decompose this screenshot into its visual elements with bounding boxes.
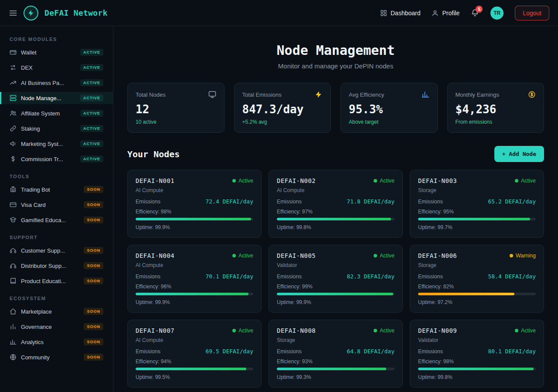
stat-value: 12 xyxy=(136,103,216,116)
sidebar-item-analytics[interactable]: AnalyticsSOON xyxy=(5,336,108,348)
node-status-label: Active xyxy=(521,328,536,334)
node-card-defai-n009: DEFAI-N009ActiveValidatorEmissions80.1 D… xyxy=(410,320,544,388)
node-status: Active xyxy=(232,253,253,259)
node-status-label: Active xyxy=(521,178,536,184)
stat-card-total-nodes: Total Nodes1210 active xyxy=(127,83,225,133)
nav-dashboard[interactable]: Dashboard xyxy=(380,10,421,17)
sidebar-item-marketplace[interactable]: MarketplaceSOON xyxy=(5,305,108,318)
node-type: Storage xyxy=(418,262,536,268)
node-emissions-row: Emissions72.4 DEFAI/day xyxy=(136,198,253,205)
book-icon xyxy=(10,277,17,284)
efficiency-label: Efficiency: 93% xyxy=(277,358,395,365)
wallet-icon xyxy=(10,49,17,56)
status-badge: ACTIVE xyxy=(80,155,103,162)
sidebar-item-ai-business-pa[interactable]: AI Business Pa...ACTIVE xyxy=(5,77,108,89)
add-node-button[interactable]: + Add Node xyxy=(494,146,544,162)
status-badge: SOON xyxy=(84,216,103,223)
sidebar-item-staking[interactable]: StakingACTIVE xyxy=(5,122,108,135)
node-type: Validator xyxy=(418,337,536,343)
sidebar-item-label: Distributor Supp... xyxy=(21,263,79,269)
sidebar-item-gamified-educa[interactable]: Gamified Educa...SOON xyxy=(5,214,108,226)
sidebar-item-dex[interactable]: DEXACTIVE xyxy=(5,61,108,74)
efficiency-bar xyxy=(136,293,253,295)
stat-sub: 10 active xyxy=(136,119,216,125)
efficiency-bar-fill xyxy=(136,218,251,220)
emissions-label: Emissions xyxy=(418,199,443,205)
header-left: DeFAI Network xyxy=(9,6,108,20)
node-emissions-row: Emissions70.1 DEFAI/day xyxy=(136,273,253,280)
sidebar-item-affiliate-system[interactable]: Affiliate SystemACTIVE xyxy=(5,107,108,119)
status-badge: ACTIVE xyxy=(80,125,103,132)
stat-value: 95.3% xyxy=(349,103,429,116)
sidebar-item-label: Analytics xyxy=(21,339,79,345)
bolt-icon xyxy=(27,10,34,17)
page-subtitle: Monitor and manage your DePIN nodes xyxy=(127,62,544,70)
node-type: AI Compute xyxy=(136,337,253,343)
node-type: Storage xyxy=(277,337,395,343)
efficiency-bar-fill xyxy=(277,293,393,295)
sidebar-item-label: Marketplace xyxy=(21,308,79,315)
nav-profile[interactable]: Profile xyxy=(432,10,459,17)
efficiency-bar xyxy=(136,218,253,220)
efficiency-label: Efficiency: 94% xyxy=(136,358,253,365)
status-dot-icon xyxy=(515,179,518,182)
sidebar-item-visa-card[interactable]: Visa CardSOON xyxy=(5,199,108,211)
efficiency-label: Efficiency: 99% xyxy=(277,284,395,290)
status-dot-icon xyxy=(515,329,518,332)
status-badge: ACTIVE xyxy=(80,95,103,101)
avatar[interactable]: TR xyxy=(490,7,504,20)
sidebar-item-label: Commission Tr... xyxy=(21,156,76,162)
sidebar-item-governance[interactable]: GovernanceSOON xyxy=(5,321,108,333)
sidebar-item-customer-supp[interactable]: Customer Supp...SOON xyxy=(5,244,108,257)
node-card-header: DEFAI-N001Active xyxy=(136,177,253,184)
analytics-icon xyxy=(10,338,17,345)
logout-button[interactable]: Logout xyxy=(515,6,549,20)
home-icon xyxy=(10,308,17,315)
emissions-label: Emissions xyxy=(277,274,302,280)
stat-label: Avg Efficiency xyxy=(349,91,384,98)
sidebar-item-wallet[interactable]: WalletACTIVE xyxy=(5,46,108,58)
sidebar-section-title: SUPPORT xyxy=(10,235,103,240)
stats-row: Total Nodes1210 activeTotal Emissions847… xyxy=(127,83,544,133)
sidebar-item-label: Community xyxy=(21,354,79,361)
sidebar-item-marketing-syst[interactable]: Marketing Syst...ACTIVE xyxy=(5,138,108,150)
node-card-defai-n008: DEFAI-N008ActiveStorageEmissions64.8 DEF… xyxy=(269,320,403,388)
notifications-button[interactable]: 5 xyxy=(471,9,479,17)
megaphone-icon xyxy=(10,140,17,147)
efficiency-bar xyxy=(418,218,536,220)
dollar-icon xyxy=(10,155,17,162)
sidebar-item-trading-bot[interactable]: Trading BotSOON xyxy=(5,183,108,196)
emissions-value: 69.5 DEFAI/day xyxy=(205,348,253,355)
node-card-defai-n005: DEFAI-N005ActiveValidatorEmissions82.3 D… xyxy=(269,245,403,313)
bot-icon xyxy=(10,186,17,193)
node-status-label: Active xyxy=(238,328,253,334)
status-badge: SOON xyxy=(84,277,103,284)
emissions-value: 80.1 DEFAI/day xyxy=(488,348,536,355)
sidebar-item-distributor-supp[interactable]: Distributor Supp...SOON xyxy=(5,260,108,272)
sidebar-section-title: CORE MODULES xyxy=(10,37,103,42)
users-icon xyxy=(10,110,17,117)
stat-label: Monthly Earnings xyxy=(456,91,499,98)
education-icon xyxy=(10,216,17,223)
efficiency-label: Efficiency: 82% xyxy=(418,284,536,290)
stat-card-header: Total Nodes xyxy=(136,91,216,98)
sidebar-item-commission-tr[interactable]: Commission Tr...ACTIVE xyxy=(5,153,108,165)
stat-card-total-emissions: Total Emissions847.3/day+5.2% avg xyxy=(234,83,331,133)
menu-button[interactable] xyxy=(9,9,17,17)
uptime-label: Uptime: 99.5% xyxy=(136,374,253,380)
efficiency-label: Efficiency: 97% xyxy=(277,209,395,215)
efficiency-bar xyxy=(418,368,536,370)
sidebar-item-community[interactable]: CommunitySOON xyxy=(5,351,108,363)
sidebar-item-label: Marketing Syst... xyxy=(21,141,76,147)
status-badge: ACTIVE xyxy=(80,79,103,86)
node-name: DEFAI-N005 xyxy=(277,252,316,259)
uptime-label: Uptime: 99.9% xyxy=(277,299,395,305)
node-status-label: Active xyxy=(380,328,395,334)
stat-card-avg-efficiency: Avg Efficiency95.3%Above target xyxy=(340,83,438,133)
sidebar-item-node-manage[interactable]: Node Manage...ACTIVE xyxy=(0,92,113,104)
sidebar-section-title: TOOLS xyxy=(10,174,103,179)
sidebar-item-product-educati[interactable]: Product Educati...SOON xyxy=(5,275,108,287)
node-status-label: Active xyxy=(380,253,395,259)
efficiency-bar-fill xyxy=(418,368,534,370)
link-icon xyxy=(10,125,17,132)
